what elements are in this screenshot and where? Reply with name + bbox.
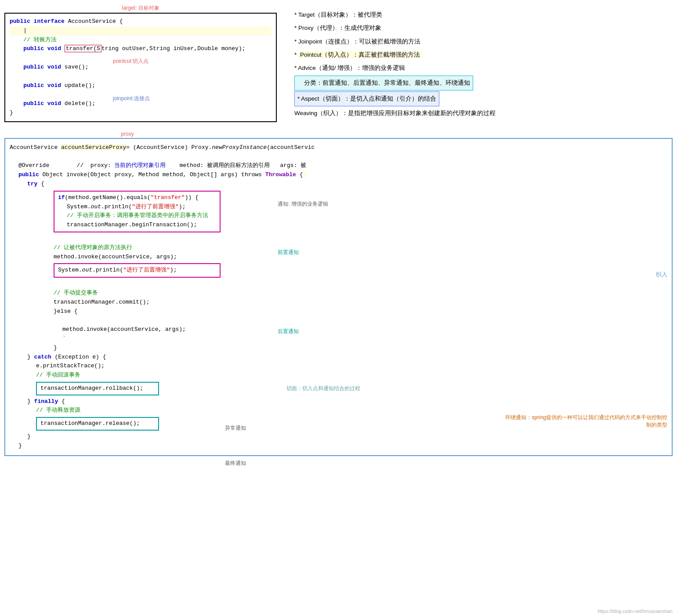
ann-qiemian: 切面：切入点和通知结合的过程 bbox=[286, 385, 360, 392]
code-line-close-if: } bbox=[54, 344, 667, 353]
def-joinpoint: * Joinpoint（连接点）：可以被拦截增强的方法 bbox=[294, 36, 673, 48]
definitions-panel: * Target（目标对象）：被代理类 * Proxy（代理）：生成代理对象 *… bbox=[286, 4, 673, 122]
code-line-method-invoke2: method.invoke(accountService, args); bbox=[62, 325, 667, 334]
code-line-comment-commit: // 手动提交事务 bbox=[54, 289, 667, 298]
code-line-close-invoke: } bbox=[18, 442, 667, 451]
code-line-blank4 bbox=[62, 316, 667, 325]
code-line-method-invoke: method.invoke(accountService, args); bbox=[54, 253, 667, 262]
if-transfer-box: if(method.getName().equals("transfer")) … bbox=[54, 191, 221, 232]
after-invoke-box: System.out.println("进行了后置增强"); bbox=[54, 263, 221, 278]
code-line: | bbox=[10, 26, 272, 36]
code-line: } bbox=[10, 109, 272, 118]
release-box: transactionManager.release(); bbox=[36, 417, 159, 431]
watermark: https://blog.csdn.net/hmuyuanshan bbox=[597, 609, 673, 614]
def-proxy: * Proxy（代理）：生成代理对象 bbox=[294, 22, 673, 34]
code-line-comment-rollback: // 手动回滚事务 bbox=[36, 371, 667, 380]
code-line-proxy-decl: AccountService accountServiceProxy= (Acc… bbox=[10, 143, 667, 152]
bottom-code-box: AccountService accountServiceProxy= (Acc… bbox=[4, 138, 673, 456]
code-line-invoke: public Object invoke(Object proxy, Metho… bbox=[18, 170, 667, 180]
code-line-blank3 bbox=[54, 279, 667, 289]
code-line-override-comment: @Override // proxy: 当前的代理对象引用 method: 被调… bbox=[18, 161, 667, 170]
code-line-backtick: ` bbox=[62, 334, 667, 344]
def-advice: * Advice（通知/ 增强）：增强的业务逻辑 bbox=[294, 62, 673, 74]
code-line: public interface AccountService { bbox=[10, 17, 272, 26]
def-weaving: Weaving（织入）：是指把增强应用到目标对象来创建新的代理对象的过程 bbox=[294, 107, 673, 120]
code-line bbox=[10, 72, 272, 81]
code-line-blank2 bbox=[54, 234, 667, 243]
code-line: public void transfer(String outUser,Stri… bbox=[10, 44, 272, 54]
code-line-close-finally: } bbox=[27, 432, 667, 442]
rollback-box: transactionManager.rollback(); bbox=[36, 382, 159, 395]
pointcut-label: pointcut:切入点 bbox=[113, 58, 148, 65]
code-line-comment-invoke: // 让被代理对象的原方法执行 bbox=[54, 243, 667, 253]
top-section: target: 目标对象 pointcut:切入点 joinpoint:连接点 … bbox=[4, 4, 673, 122]
code-line-sysout1: System.out.println("进行了前置增强"); bbox=[67, 203, 216, 212]
code-line-else: }else { bbox=[54, 307, 667, 316]
ann-houzhi: 后置通知 bbox=[278, 328, 299, 335]
def-pointcut: * Pointcut（切入点）：真正被拦截增强的方法 bbox=[294, 49, 673, 61]
ann-huanrao: 环绕通知：spring提供的一种可以让我们通过代码的方式来手动控制控制的类型 bbox=[500, 414, 667, 429]
code-line-blank bbox=[10, 152, 667, 162]
bottom-section: proxy AccountService accountServiceProxy… bbox=[4, 131, 673, 456]
code-line-comment-begin: // 手动开启事务：调用事务管理器类中的开启事务方法 bbox=[67, 211, 216, 221]
ann-qianzhi: 前置通知 bbox=[278, 249, 299, 256]
def-aspect: * Aspect（切面）：是切入点和通知（引介）的结合 bbox=[294, 91, 673, 106]
code-line-print-stack: e.printStackTrace(); bbox=[36, 362, 667, 371]
code-line-sysout2: System.out.println("进行了后置增强"); bbox=[58, 266, 216, 275]
top-code-box: pointcut:切入点 joinpoint:连接点 public interf… bbox=[4, 13, 277, 122]
code-line-rollback: transactionManager.rollback(); bbox=[40, 384, 155, 393]
def-target: * Target（目标对象）：被代理类 bbox=[294, 9, 673, 21]
code-line-finally: } finally { bbox=[27, 397, 667, 406]
ann-zuizhong: 最终通知 bbox=[225, 460, 246, 467]
code-line-if: if(method.getName().equals("transfer")) … bbox=[58, 193, 216, 203]
code-line: public void update(); bbox=[10, 81, 272, 91]
code-line-release: transactionManager.release(); bbox=[40, 419, 155, 428]
joinpoint-label: joinpoint:连接点 bbox=[113, 95, 150, 102]
code-line: // 转账方法 bbox=[10, 36, 272, 45]
target-label: target: 目标对象 bbox=[4, 4, 277, 12]
def-advice-types: 分类：前置通知、后置通知、异常通知、最终通知、环绕通知 bbox=[294, 76, 673, 91]
ann-yichang: 异常通知 bbox=[225, 424, 246, 432]
ann-tongzhi: 通知: 增强的业务逻辑 bbox=[278, 200, 328, 208]
code-line-begin-tx: transactionManager.beginTransaction(); bbox=[67, 221, 216, 230]
proxy-label: proxy bbox=[83, 131, 171, 137]
ann-zhiru: 织入 bbox=[656, 271, 667, 279]
code-line-catch: } catch (Exception e) { bbox=[27, 353, 667, 362]
code-line-try: try { bbox=[27, 180, 667, 189]
code-line-commit: transactionManager.commit(); bbox=[54, 298, 667, 307]
page-container: target: 目标对象 pointcut:切入点 joinpoint:连接点 … bbox=[0, 0, 677, 465]
top-code-panel: target: 目标对象 pointcut:切入点 joinpoint:连接点 … bbox=[4, 4, 277, 122]
